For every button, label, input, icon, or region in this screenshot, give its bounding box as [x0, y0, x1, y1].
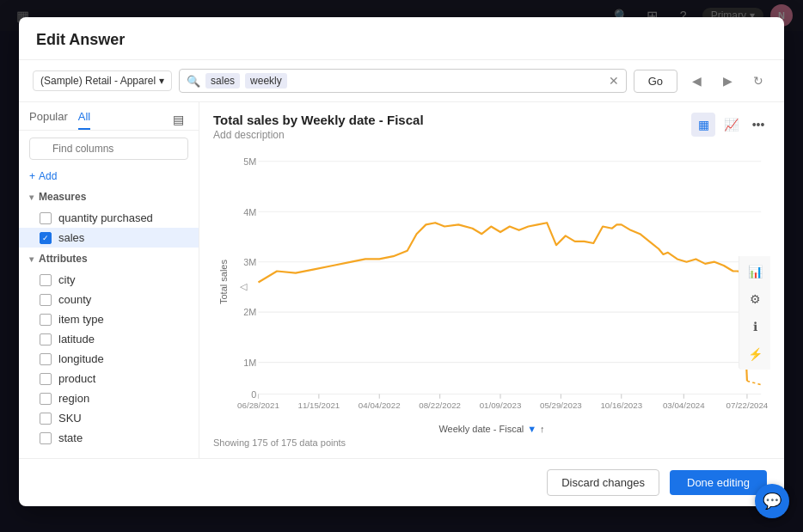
- attributes-section-header[interactable]: ▾ Attributes: [19, 248, 199, 270]
- product-checkbox[interactable]: [40, 373, 52, 385]
- measures-section-header[interactable]: ▾ Measures: [19, 186, 199, 208]
- region-checkbox[interactable]: [40, 393, 52, 405]
- attributes-caret-icon: ▾: [29, 254, 34, 264]
- sales-label: sales: [58, 231, 84, 244]
- county-label: county: [58, 293, 91, 306]
- measures-caret-icon: ▾: [29, 193, 34, 202]
- svg-text:06/28/2021: 06/28/2021: [237, 401, 279, 410]
- svg-text:3M: 3M: [243, 257, 256, 267]
- product-label: product: [58, 372, 95, 385]
- search-clear-button[interactable]: ✕: [609, 74, 619, 88]
- longitude-label: longitude: [58, 352, 104, 365]
- svg-text:0: 0: [251, 389, 256, 400]
- refresh-button[interactable]: ↻: [746, 69, 770, 93]
- list-item[interactable]: region: [19, 388, 199, 408]
- longitude-checkbox[interactable]: [40, 353, 52, 365]
- datasource-selector[interactable]: (Sample) Retail - Apparel ▾: [33, 70, 172, 91]
- svg-text:◁: ◁: [240, 281, 248, 291]
- chart-svg-wrap: 5M 4M 3M 2M 1M 0: [230, 144, 770, 420]
- attributes-label: Attributes: [39, 253, 88, 265]
- chart-type-icon[interactable]: 📊: [743, 260, 767, 284]
- find-columns-area: 🔍: [19, 131, 199, 167]
- chart-header: Total sales by Weekly date - Fiscal Add …: [213, 113, 770, 141]
- tabs-row: Popular All ▤: [19, 102, 199, 131]
- settings-icon[interactable]: ⚙: [743, 287, 767, 311]
- quantity-purchased-label: quantity purchased: [58, 211, 153, 224]
- modal-footer: Discard changes Done editing: [19, 458, 784, 506]
- latitude-checkbox[interactable]: [40, 333, 52, 345]
- search-tag-weekly[interactable]: weekly: [245, 73, 287, 89]
- sales-checkbox[interactable]: [40, 232, 52, 244]
- sort-direction-icon[interactable]: ↑: [540, 424, 545, 434]
- tab-all[interactable]: All: [78, 110, 90, 130]
- tab-popular[interactable]: Popular: [29, 110, 68, 130]
- lightning-icon[interactable]: ⚡: [743, 342, 767, 366]
- list-item[interactable]: latitude: [19, 329, 199, 349]
- search-tag-sales[interactable]: sales: [205, 73, 240, 89]
- measures-label: Measures: [39, 191, 86, 203]
- add-button[interactable]: + Add: [19, 167, 199, 186]
- svg-text:4M: 4M: [243, 207, 256, 217]
- state-checkbox[interactable]: [40, 432, 52, 444]
- go-button[interactable]: Go: [634, 70, 677, 93]
- svg-text:2M: 2M: [243, 307, 256, 317]
- list-item[interactable]: sales: [19, 228, 199, 248]
- discard-changes-button[interactable]: Discard changes: [547, 469, 659, 496]
- x-axis-label-text: Weekly date - Fiscal: [438, 424, 524, 434]
- svg-text:10/16/2023: 10/16/2023: [600, 401, 642, 410]
- item-type-checkbox[interactable]: [40, 314, 52, 326]
- svg-text:1M: 1M: [243, 358, 256, 368]
- done-editing-button[interactable]: Done editing: [670, 470, 767, 495]
- chart-title: Total sales by Weekly date - Fiscal: [213, 113, 424, 127]
- chat-fab-button[interactable]: 💬: [755, 484, 789, 518]
- modal-header: Edit Answer: [19, 17, 784, 60]
- city-checkbox[interactable]: [40, 274, 52, 286]
- list-item[interactable]: longitude: [19, 349, 199, 369]
- quantity-purchased-checkbox[interactable]: [40, 212, 52, 224]
- latitude-label: latitude: [58, 333, 95, 345]
- svg-text:04/04/2022: 04/04/2022: [359, 401, 401, 410]
- list-item[interactable]: state: [19, 428, 199, 448]
- svg-text:03/04/2024: 03/04/2024: [663, 401, 705, 410]
- data-points-label: Showing 175 of 175 data points: [213, 437, 346, 448]
- sku-checkbox[interactable]: [40, 413, 52, 425]
- modal-title: Edit Answer: [36, 31, 767, 49]
- forward-button[interactable]: ▶: [715, 69, 739, 93]
- add-label: Add: [39, 170, 57, 182]
- chart-area: Total sales by Weekly date - Fiscal Add …: [199, 102, 784, 458]
- modal-overlay: Edit Answer (Sample) Retail - Apparel ▾ …: [0, 0, 803, 532]
- info-icon[interactable]: ℹ: [743, 315, 767, 339]
- x-axis-label-row: Weekly date - Fiscal ▼ ↑: [213, 424, 770, 434]
- list-item[interactable]: product: [19, 369, 199, 388]
- city-label: city: [58, 273, 76, 286]
- modal-body: Popular All ▤ 🔍 + Add: [19, 102, 784, 458]
- datasource-label: (Sample) Retail - Apparel: [40, 75, 156, 87]
- list-item[interactable]: county: [19, 290, 199, 309]
- chart-description[interactable]: Add description: [213, 129, 424, 141]
- list-item[interactable]: item type: [19, 309, 199, 329]
- search-input-area: 🔍 sales weekly ✕: [179, 69, 627, 93]
- svg-line-31: [747, 381, 761, 384]
- edit-answer-modal: Edit Answer (Sample) Retail - Apparel ▾ …: [19, 17, 784, 506]
- svg-text:05/29/2023: 05/29/2023: [540, 401, 582, 410]
- county-checkbox[interactable]: [40, 294, 52, 306]
- region-label: region: [58, 392, 89, 405]
- sort-icon[interactable]: ▼: [527, 424, 536, 434]
- search-bar: (Sample) Retail - Apparel ▾ 🔍 sales week…: [19, 60, 784, 102]
- item-type-label: item type: [58, 313, 104, 326]
- state-label: state: [58, 431, 83, 444]
- right-icons-panel: 📊 ⚙ ℹ ⚡: [739, 256, 770, 370]
- find-columns-input[interactable]: [29, 138, 188, 160]
- back-button[interactable]: ◀: [684, 69, 708, 93]
- search-icon: 🔍: [187, 75, 200, 88]
- svg-text:11/15/2021: 11/15/2021: [297, 401, 340, 410]
- chart-toolbar: ▦ 📈 •••: [691, 113, 770, 137]
- more-options-button[interactable]: •••: [746, 113, 770, 137]
- table-view-button[interactable]: ▦: [691, 113, 715, 137]
- chart-container: Total sales 5M: [213, 144, 770, 420]
- sidebar-toggle-icon[interactable]: ▤: [168, 109, 188, 130]
- list-item[interactable]: SKU: [19, 408, 199, 428]
- list-item[interactable]: quantity purchased: [19, 208, 199, 228]
- line-chart-button[interactable]: 📈: [719, 113, 743, 137]
- list-item[interactable]: city: [19, 270, 199, 290]
